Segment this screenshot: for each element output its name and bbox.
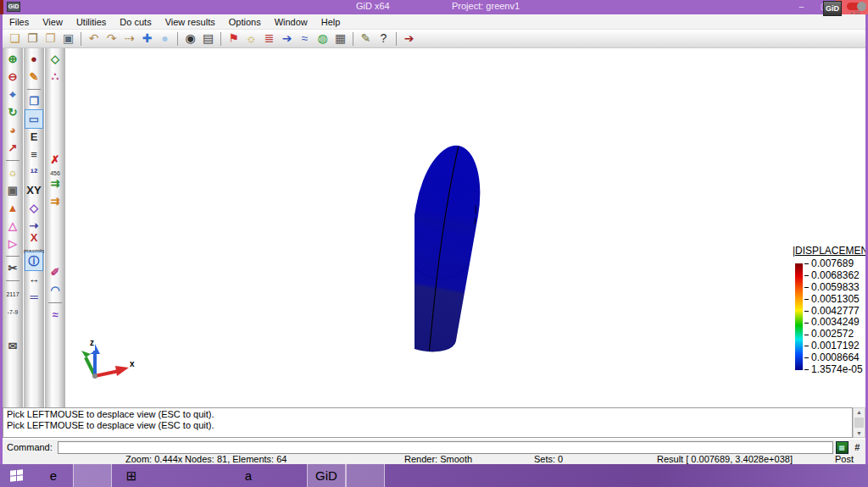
read-batch-icon[interactable]: ▦	[836, 441, 849, 454]
stream-ribbon-icon[interactable]	[47, 210, 64, 228]
gid-logo-button[interactable]: GiD	[823, 1, 842, 16]
select-window-icon[interactable]: ▭	[25, 110, 42, 128]
taskbar-moviemaker-icon[interactable]	[151, 464, 190, 487]
taskbar-ie-icon[interactable]: e	[34, 464, 73, 487]
zoom-sphere-icon[interactable]: ●	[157, 30, 173, 47]
version-toggle[interactable]: v 12	[847, 3, 864, 15]
import-project-icon[interactable]: ❐	[42, 30, 58, 47]
snapshot-camera-icon[interactable]: ◉	[182, 30, 198, 47]
triangle-tool-icon[interactable]: △	[4, 217, 21, 235]
taskbar-photos-icon[interactable]	[190, 464, 229, 487]
model-viewport[interactable]: z x |DISPLACEMENTS 0.007689 0.0068362 0.…	[65, 48, 865, 407]
hide-numbers-icon[interactable]: ✗456	[47, 157, 64, 174]
min-scale-icon[interactable]: -7-9	[4, 302, 21, 319]
help-icon[interactable]: ?	[376, 30, 392, 47]
zoom-out-icon[interactable]: ⊖	[4, 68, 21, 86]
command-input[interactable]	[58, 441, 833, 454]
contour-fill-band-icon[interactable]	[47, 103, 64, 121]
result-info-icon[interactable]: ⓘ	[25, 252, 42, 270]
legend-value: 0.0042777	[804, 306, 863, 317]
isometric-view-icon[interactable]: ◇	[25, 199, 42, 217]
rotate-step-icon[interactable]: ⇢	[121, 30, 137, 47]
color-pencil-icon[interactable]: ✐	[47, 263, 64, 281]
dimension-line-icon[interactable]: ↔	[25, 270, 42, 288]
zoom-in-icon[interactable]: ⊕	[4, 50, 21, 68]
open-project-icon[interactable]: ❐	[25, 30, 41, 47]
graph-window-icon[interactable]: ≈	[47, 306, 64, 324]
status-sets: Sets: 0	[534, 454, 563, 464]
menu-item[interactable]: View	[36, 14, 70, 30]
taskbar-gid-icon[interactable]: GiD	[307, 464, 346, 487]
axes-xy-icon[interactable]: XY	[25, 181, 42, 199]
display-vectors-alt-icon[interactable]: ⇉	[47, 192, 64, 210]
color-bands-icon[interactable]	[4, 319, 21, 337]
taskbar-store-icon[interactable]: ⊞	[112, 464, 151, 487]
triangle-edit-icon[interactable]: ▷	[4, 235, 21, 252]
scroll-up-icon[interactable]: ▲	[856, 408, 862, 416]
surface-dome-icon[interactable]: ◠	[47, 281, 64, 299]
measure-vector-icon[interactable]: ↗	[4, 139, 21, 157]
smooth-contour-icon[interactable]	[47, 121, 64, 139]
edit-page-icon[interactable]: ✎	[25, 68, 42, 86]
contour-flag-icon[interactable]: ⚑	[225, 30, 242, 47]
scroll-down-icon[interactable]: ▼	[856, 429, 862, 437]
menu-item[interactable]: Help	[314, 14, 348, 30]
taskbar-explorer-icon[interactable]	[73, 464, 112, 487]
print-icon[interactable]: ▤	[200, 30, 216, 47]
taskbar-columns-app-icon[interactable]	[346, 464, 385, 487]
light-icon[interactable]: ☼	[4, 163, 21, 181]
contour-limits-icon[interactable]: ▲	[4, 199, 21, 217]
scrollbar-thumb[interactable]	[854, 418, 864, 428]
view-results-icon[interactable]: ➔	[279, 30, 295, 47]
parallel-lines-icon[interactable]: ═	[25, 288, 42, 306]
pan-view-icon[interactable]: ✚	[139, 30, 155, 47]
redraw-icon[interactable]: ↻	[4, 103, 21, 121]
minimize-button[interactable]: –	[790, 0, 813, 14]
notes-icon[interactable]: ✎	[358, 30, 374, 47]
menu-item[interactable]: Window	[268, 14, 314, 30]
send-results-icon[interactable]: ✉	[4, 337, 21, 355]
list-entities-icon[interactable]: ≡	[25, 146, 42, 163]
menu-item[interactable]: Do cuts	[113, 14, 158, 30]
result-columns-icon[interactable]	[47, 86, 64, 103]
icon-glyph: ⇢	[30, 220, 39, 232]
icon-glyph: ≡	[31, 149, 37, 161]
start-button[interactable]	[0, 464, 34, 487]
taskbar-amazon-icon[interactable]: a	[229, 464, 268, 487]
rotate-view-left-icon[interactable]: ↶	[86, 30, 102, 47]
result-points-icon[interactable]: ∴	[47, 68, 64, 86]
cut-scissors-icon[interactable]: ✂	[4, 259, 21, 277]
min-max-result-icon[interactable]: Xmaxmin	[25, 235, 42, 252]
display-vectors-icon[interactable]: ⇉	[47, 174, 64, 192]
clip-frame-icon[interactable]: ▣	[4, 181, 21, 199]
message-scrollbar[interactable]: ▲ ▼	[853, 407, 865, 438]
max-scale-icon[interactable]: 2117	[4, 284, 21, 302]
pan-grid-icon[interactable]: #	[851, 441, 864, 454]
label-entities-icon[interactable]: E	[25, 128, 42, 146]
menu-item[interactable]: Files	[3, 14, 36, 30]
mesh-sphere-icon[interactable]: ◍	[314, 30, 331, 47]
zoom-frame-icon[interactable]: ⌖	[4, 86, 21, 103]
animate-icon[interactable]: ▦	[332, 30, 348, 47]
new-project-icon[interactable]: ❏	[7, 30, 23, 47]
mesh-polygon-icon[interactable]: ◇	[47, 50, 64, 68]
rotate-view-right-icon[interactable]: ↷	[103, 30, 120, 47]
toolbar-icon-glyph: ❐	[27, 30, 38, 47]
menu-item[interactable]: View results	[159, 14, 222, 30]
copy-entities-icon[interactable]: ❐	[25, 92, 42, 110]
renumber-icon[interactable]: ¹²	[25, 163, 42, 181]
menu-item[interactable]: Options	[222, 14, 268, 30]
deformed-mesh-icon[interactable]	[47, 246, 64, 263]
save-project-icon[interactable]: ▣	[60, 30, 76, 47]
layers-stack-icon[interactable]: ≣	[261, 30, 277, 47]
taskbar-chrome-icon[interactable]	[268, 464, 307, 487]
quit-door-icon[interactable]: ➔	[401, 30, 417, 47]
create-point-icon[interactable]: ●	[25, 50, 42, 68]
toolbar-divider	[393, 30, 399, 47]
result-graph-icon[interactable]: ≈	[297, 30, 313, 47]
result-stripes-icon[interactable]	[47, 228, 64, 246]
menu-item[interactable]: Utilities	[70, 14, 113, 30]
view-conditions-icon[interactable]: ☼	[243, 30, 259, 47]
render-mode-icon[interactable]: ◕	[4, 121, 21, 139]
legend-value: 0.002572	[804, 329, 863, 340]
